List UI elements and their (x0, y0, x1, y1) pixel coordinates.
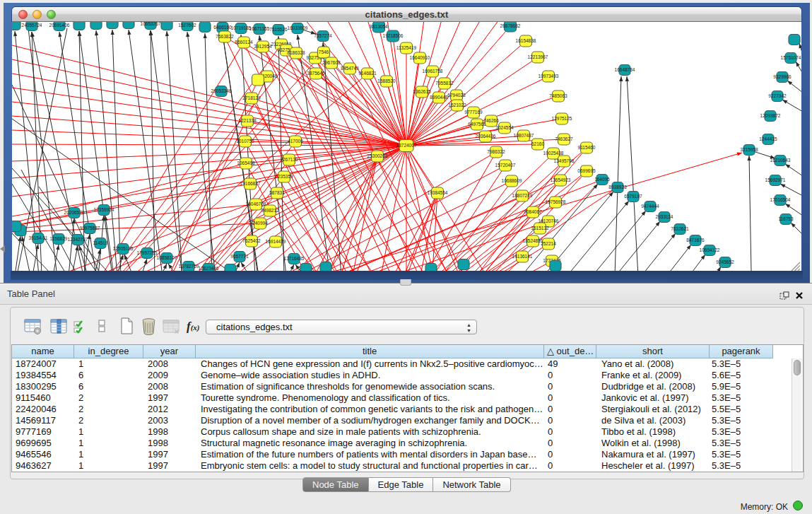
svg-text:18724007: 18724007 (396, 143, 417, 148)
svg-text:7485063: 7485063 (549, 93, 567, 98)
svg-text:25300203: 25300203 (367, 153, 388, 158)
svg-text:1010755: 1010755 (236, 139, 254, 144)
svg-text:12823446: 12823446 (199, 266, 219, 271)
svg-text:116753: 116753 (778, 216, 794, 221)
svg-text:1221338: 1221338 (238, 118, 257, 123)
svg-text:1527602: 1527602 (178, 23, 196, 28)
svg-text:17359924: 17359924 (94, 207, 114, 212)
svg-text:8813054: 8813054 (370, 24, 388, 29)
svg-text:9777169: 9777169 (464, 110, 483, 115)
svg-text:16154838: 16154838 (516, 38, 536, 43)
svg-text:12342737: 12342737 (68, 237, 88, 242)
svg-text:9115460: 9115460 (578, 145, 596, 150)
svg-text:1621022: 1621022 (448, 103, 466, 107)
svg-text:9498212: 9498212 (261, 208, 279, 213)
svg-text:1588520: 1588520 (377, 78, 396, 83)
svg-text:12975125: 12975125 (552, 116, 572, 121)
svg-text:1362615: 1362615 (413, 89, 431, 94)
svg-text:20206570: 20206570 (64, 210, 85, 215)
svg-text:587831: 587831 (269, 190, 285, 195)
svg-text:252214: 252214 (541, 241, 556, 246)
svg-text:746266: 746266 (483, 118, 499, 123)
svg-text:9657771: 9657771 (230, 254, 249, 259)
svg-text:10858107: 10858107 (157, 255, 177, 260)
svg-text:10719185: 10719185 (231, 25, 252, 30)
svg-text:8660124: 8660124 (235, 40, 253, 45)
svg-text:10653267: 10653267 (141, 22, 161, 26)
svg-text:2967608: 2967608 (322, 60, 341, 65)
svg-text:16914479: 16914479 (266, 239, 286, 244)
svg-text:26878682: 26878682 (500, 23, 521, 28)
svg-text:12093872: 12093872 (760, 113, 781, 118)
svg-text:7955812: 7955812 (435, 81, 454, 86)
svg-text:16210643: 16210643 (770, 158, 791, 163)
svg-text:6579197: 6579197 (624, 194, 642, 199)
svg-text:9474444: 9474444 (641, 204, 659, 209)
svg-text:8471676: 8471676 (686, 238, 705, 243)
svg-text:9084067: 9084067 (524, 209, 542, 214)
svg-text:14136141: 14136141 (512, 254, 533, 259)
svg-text:10654122: 10654122 (700, 247, 720, 252)
svg-text:20364436: 20364436 (476, 134, 496, 139)
svg-text:7357274: 7357274 (314, 33, 332, 38)
svg-text:6466160: 6466160 (213, 25, 232, 30)
svg-text:3912954: 3912954 (254, 44, 272, 49)
svg-text:10782759: 10782759 (179, 264, 199, 269)
svg-text:7463627: 7463627 (555, 136, 573, 141)
svg-text:417006: 417006 (288, 139, 303, 144)
svg-text:7986322: 7986322 (487, 149, 505, 154)
svg-text:114519: 114519 (93, 240, 108, 245)
svg-text:3215958: 3215958 (740, 147, 758, 152)
svg-text:15751074: 15751074 (781, 55, 801, 60)
svg-text:3875645: 3875645 (307, 71, 325, 76)
svg-text:7546: 7546 (319, 49, 329, 54)
svg-text:16648784: 16648784 (615, 67, 635, 72)
svg-text:9146821: 9146821 (358, 71, 377, 76)
svg-text:1235359: 1235359 (275, 174, 293, 179)
svg-text:19756928: 19756928 (546, 199, 566, 204)
svg-text:1065498: 1065498 (237, 160, 255, 165)
svg-text:12505135: 12505135 (113, 246, 134, 251)
svg-text:2718129: 2718129 (242, 95, 261, 100)
svg-text:10025438: 10025438 (543, 151, 564, 156)
svg-text:13716485: 13716485 (284, 256, 305, 261)
svg-text:39154-11: 39154-11 (29, 235, 48, 240)
svg-text:0699695: 0699695 (577, 168, 596, 173)
svg-text:1615132: 1615132 (531, 226, 549, 230)
svg-text:3267130: 3267130 (280, 157, 298, 162)
svg-text:90975887: 90975887 (80, 226, 100, 230)
svg-text:240994: 240994 (252, 221, 268, 226)
svg-text:10688609: 10688609 (502, 178, 522, 183)
svg-text:8454749: 8454749 (341, 66, 359, 71)
svg-text:15692971: 15692971 (765, 177, 786, 182)
svg-text:7625402: 7625402 (242, 238, 261, 243)
svg-text:16961758: 16961758 (423, 69, 443, 74)
svg-text:7663822: 7663822 (216, 34, 234, 39)
svg-text:16640910: 16640910 (410, 55, 430, 60)
svg-text:10973493: 10973493 (539, 74, 559, 78)
svg-text:9329966: 9329966 (773, 74, 792, 79)
svg-text:12213967: 12213967 (528, 54, 548, 59)
svg-text:19218506: 19218506 (383, 33, 404, 38)
svg-text:8938923: 8938923 (608, 185, 627, 189)
svg-text:10807487: 10807487 (514, 133, 534, 138)
svg-text:19384554: 19384554 (428, 190, 448, 195)
svg-text:7515526: 7515526 (269, 27, 288, 32)
svg-text:13654923: 13654923 (551, 177, 571, 182)
svg-text:62160: 62160 (531, 141, 544, 146)
svg-text:2933114: 2933114 (656, 214, 673, 219)
svg-text:164095: 164095 (594, 177, 610, 182)
svg-text:9227342: 9227342 (768, 93, 787, 98)
svg-text:1244415: 1244415 (759, 136, 777, 141)
svg-text:11325419: 11325419 (396, 45, 417, 50)
svg-text:17957255: 17957255 (137, 250, 158, 255)
svg-text:19166827: 19166827 (240, 181, 261, 186)
svg-text:20691406: 20691406 (49, 23, 70, 28)
svg-text:16033809: 16033809 (288, 25, 308, 30)
svg-text:10046708: 10046708 (246, 201, 266, 206)
svg-text:7632621: 7632621 (671, 226, 689, 231)
svg-text:1156829: 1156829 (50, 236, 68, 241)
svg-text:13495798: 13495798 (554, 158, 575, 163)
svg-text:29053346: 29053346 (211, 88, 232, 93)
svg-text:16671355: 16671355 (249, 26, 270, 31)
